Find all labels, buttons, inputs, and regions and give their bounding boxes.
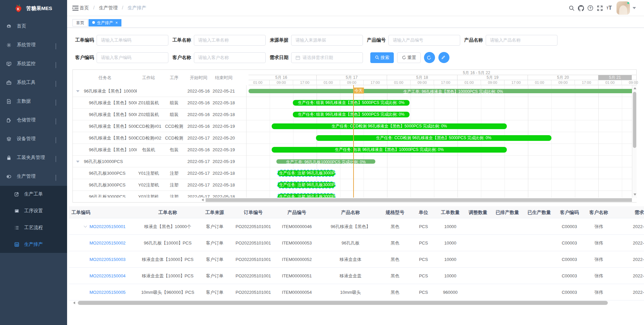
table-row-4[interactable]: MO20220515000510mm吸头【960000】PCS客户订单PO202… <box>69 284 644 301</box>
grid-icon <box>14 242 19 247</box>
gantt-row-6[interactable]: 96孔孔板10000PCS2022-05-172022-05-19生产工单: 9… <box>73 156 632 167</box>
gantt-row-2[interactable]: 96孔移液盒【黑色】5000PCSZ02组装机组装2022-05-162022-… <box>73 109 632 120</box>
gantt-row-3[interactable]: 96孔移液盒【黑色】5000PCSCCD检测#01CCD检测2022-05-16… <box>73 120 632 132</box>
sidebar-item-4[interactable]: 主数据 <box>0 92 67 111</box>
tags-view-bar: 首页 生产排产× <box>67 16 644 28</box>
gantt-bar-6[interactable]: 生产工单: 96孔孔板10000PCS 完成比例: 0% <box>276 159 375 164</box>
workorder-link[interactable]: MO202205150002 <box>90 240 126 246</box>
gantt-row-5[interactable]: 96孔移液盒【黑色】10000PCS包装机包装2022-05-162022-05… <box>73 144 632 156</box>
input-工单编码[interactable]: 请输入工单编码 <box>97 35 168 46</box>
workorder-link[interactable]: MO202205150005 <box>90 290 126 295</box>
search-icon[interactable] <box>567 3 576 13</box>
gantt-bar-7[interactable]: 生产任务: 注塑 96孔孔板3000PCS 完成 <box>278 170 335 176</box>
scroll-left-icon[interactable] <box>73 302 75 304</box>
table-row-3[interactable]: MO202205150004移液盒盒盖【10000】PCS客户订单PO20220… <box>69 268 644 284</box>
gantt-row-0[interactable]: 96孔移液盒【黑色】10000PCS2022-05-162022-05-21生产… <box>73 85 632 97</box>
table-row-1[interactable]: MO20220515000296孔孔板【10000】PCS客户订单PO20220… <box>69 235 644 251</box>
gantt-bar-1[interactable]: 生产任务: 组装 96孔移液盒【黑色】5000PCS 完成比例: 0% <box>293 100 410 106</box>
workorder-link[interactable]: MO202205150004 <box>90 273 126 278</box>
close-tab-icon[interactable]: × <box>115 20 118 25</box>
workorder-link[interactable]: MO202205150001 <box>90 224 126 229</box>
sidebar-item-6[interactable]: 设备管理 <box>0 129 67 148</box>
edit-mode-button[interactable] <box>438 52 449 63</box>
input-工单名称[interactable]: 请输入工单名称 <box>194 35 266 46</box>
breadcrumb-home[interactable]: 首页 <box>79 5 89 10</box>
gantt-row-1[interactable]: 96孔移液盒【黑色】5000PCSZ01组装机组装2022-05-162022-… <box>73 97 632 109</box>
collapse-triangle-icon[interactable] <box>76 90 79 92</box>
avatar[interactable] <box>616 1 630 15</box>
table-cell-4-9 <box>465 284 491 300</box>
input-产品编号[interactable]: 请输入产品编号 <box>388 35 460 46</box>
scroll-down-icon[interactable] <box>634 194 636 196</box>
breadcrumb-production[interactable]: 生产管理 <box>99 5 118 10</box>
sidebar-item-3[interactable]: 系统工具 <box>0 73 67 92</box>
sidebar-item-2[interactable]: 系统监控 <box>0 54 67 73</box>
sidebar-item-7[interactable]: 工装夹具管理 <box>0 148 67 167</box>
edit-icon <box>14 192 19 197</box>
sidebar-item-5[interactable]: 仓储管理 <box>0 111 67 129</box>
gantt-vertical-scrollbar[interactable] <box>632 85 637 198</box>
table-cell-1-7: PCS <box>411 235 436 251</box>
search-button[interactable]: 搜索 <box>370 52 394 63</box>
gantt-bar-3[interactable]: 生产任务: CCD检测 96孔移液盒【黑色】5000PCS 完成比例: 0% <box>272 123 507 129</box>
table-col-7: 单位 <box>411 206 436 218</box>
workorder-link[interactable]: MO202205150003 <box>90 257 126 262</box>
table-hscroll-thumb[interactable] <box>78 301 608 305</box>
fontsize-icon[interactable]: TT <box>604 3 614 13</box>
gantt-hour-label: 17:00 <box>434 80 458 85</box>
gantt-row-4[interactable]: 96孔移液盒【黑色】5000PCSCCD检测#02CCD检测2022-05-17… <box>73 132 632 144</box>
input-需求日期[interactable]: 请选择需求日期 <box>291 52 363 63</box>
sidebar-item-1[interactable]: 系统管理 <box>0 36 67 54</box>
collapse-triangle-icon[interactable] <box>76 161 79 163</box>
navbar-actions: ? TT <box>567 0 644 16</box>
gantt-hour-label: 09:00 <box>411 80 434 85</box>
scroll-left-icon[interactable] <box>202 199 204 201</box>
input-来源单据[interactable]: 请输入来源单据 <box>291 35 363 46</box>
scroll-up-icon[interactable] <box>634 87 636 89</box>
sidebar-item-0[interactable]: 首页 <box>0 17 67 36</box>
tab-home[interactable]: 首页 <box>72 19 88 26</box>
tab-production-scheduling[interactable]: 生产排产× <box>89 19 121 26</box>
table-row-2[interactable]: MO202205150003移液盒盒体【10000】PCS客户订单PO20220… <box>69 251 644 268</box>
table-cell-2-12: C00003 <box>555 251 584 267</box>
form-field-1-4: 产品名称请输入产品名称 <box>464 35 557 46</box>
input-产品名称[interactable]: 请输入产品名称 <box>486 35 557 46</box>
logo[interactable]: K 苦糖果MES <box>0 0 67 17</box>
sidebar-subitem-0[interactable]: 生产工单 <box>0 186 67 203</box>
question-icon[interactable]: ? <box>586 3 595 13</box>
sidebar-subitem-3[interactable]: 生产排产 <box>0 236 67 253</box>
github-icon[interactable] <box>576 3 586 13</box>
gantt-bar-8[interactable]: 生产任务: 注塑 96孔孔板3000PCS 完成 <box>278 182 335 188</box>
table-cell-3-0: MO202205150004 <box>69 268 141 284</box>
input-客户编码[interactable]: 请输入客户编码 <box>97 52 168 63</box>
refresh-button[interactable] <box>424 52 435 63</box>
gantt-day-5: 5月 21 <box>598 75 632 80</box>
input-客户名称[interactable]: 请输入客户名称 <box>194 52 266 63</box>
gantt-bar-9[interactable]: 生产任务: 注塑 96孔孔板3000PCS 完成 <box>278 194 335 198</box>
table-row-0[interactable]: MO202205150001移液盒【黑色】10000个客户订单PO2022051… <box>69 218 644 235</box>
expand-chevron-icon[interactable] <box>84 224 87 228</box>
gantt-bar-5[interactable]: 生产任务: 包装 96孔移液盒【黑色】10000PCS 完成比例: 0% <box>272 147 507 153</box>
table-horizontal-scrollbar[interactable] <box>69 301 644 305</box>
gantt-bar-4[interactable]: 生产任务: CCD检测 96孔移液盒【黑色】5000PCS 完成比例: 0% <box>316 135 551 141</box>
svg-text:K: K <box>17 7 20 11</box>
gantt-bar-0[interactable]: 生产工单: 96孔移液盒【黑色】10000PCS 完成比例: 0% <box>249 89 632 93</box>
hamburger-icon[interactable] <box>72 5 79 11</box>
chevron-down-icon <box>56 100 59 103</box>
table-cell-0-3: PO202205101001 <box>235 218 272 234</box>
gantt-row-7[interactable]: 96孔孔板3000PCSY01注塑机注塑2022-05-172022-05-18… <box>73 167 632 179</box>
svg-text:?: ? <box>589 6 591 10</box>
search-form-row2: 客户编码请输入客户编码客户名称请输入客户名称需求日期请选择需求日期搜索重置 <box>75 52 449 63</box>
gantt-hscroll-thumb[interactable] <box>206 198 632 202</box>
sidebar-subitem-2[interactable]: 工艺流程 <box>0 219 67 236</box>
gantt-row-8[interactable]: 96孔孔板3000PCSY02注塑机注塑2022-05-172022-05-18… <box>73 179 632 191</box>
sidebar-item-8[interactable]: 生产管理 <box>0 167 67 186</box>
gantt-vscroll-thumb[interactable] <box>633 92 636 148</box>
fullscreen-icon[interactable] <box>595 3 604 13</box>
user-menu[interactable] <box>616 1 636 15</box>
gantt-row-9[interactable]: 96孔孔板3000PCSY03注塑机注塑2022-05-172022-05-18… <box>73 191 632 198</box>
reset-button[interactable]: 重置 <box>397 52 421 63</box>
gantt-horizontal-scrollbar[interactable] <box>73 198 637 202</box>
sidebar-subitem-1[interactable]: 工序设置 <box>0 203 67 219</box>
gantt-bar-2[interactable]: 生产任务: 组装 96孔移液盒【黑色】5000PCS 完成比例: 0% <box>293 112 410 117</box>
